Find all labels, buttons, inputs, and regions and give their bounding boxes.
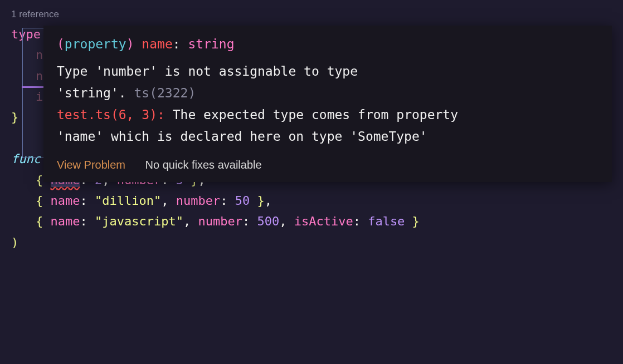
no-quick-fix-label: No quick fixes available — [145, 159, 262, 171]
view-problem-link[interactable]: View Problem — [57, 159, 125, 171]
tooltip-error-code: ts(2322) — [134, 86, 196, 100]
code-line-closeparen: ) — [11, 232, 612, 253]
tooltip-actions: View Problem No quick fixes available — [57, 155, 598, 174]
code-line-obj3: { name: "javascript", number: 500, isAct… — [11, 211, 612, 232]
codelens-references[interactable]: 1 reference — [11, 7, 612, 23]
tooltip-signature: (property) name: string — [57, 33, 598, 55]
tooltip-related-info: test.ts(6, 3): The expected type comes f… — [57, 104, 598, 147]
keyword-function: func — [11, 152, 41, 166]
tooltip-file-location[interactable]: test.ts(6, 3): — [57, 107, 165, 122]
tooltip-error-message: Type 'number' is not assignable to type … — [57, 61, 598, 104]
hover-tooltip: (property) name: string Type 'number' is… — [43, 26, 612, 182]
keyword-type: type — [11, 27, 41, 41]
code-line-obj2: { name: "dillion", number: 50 }, — [11, 190, 612, 211]
